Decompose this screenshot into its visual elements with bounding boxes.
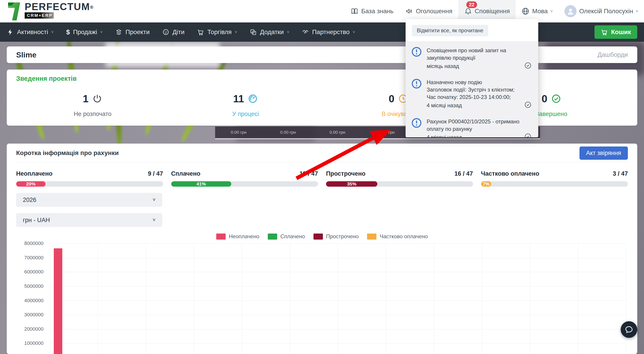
breadcrumb[interactable]: Дашборди	[598, 51, 628, 58]
chevron-down-icon: ˅	[550, 9, 553, 14]
chevron-down-icon: ˅	[287, 30, 289, 35]
progress-overdue: Прострочено16 / 47 35%	[326, 170, 473, 187]
cart-button[interactable]: Кошик	[594, 25, 637, 39]
power-icon	[92, 94, 102, 104]
chevron-down-icon: ˅	[353, 30, 355, 35]
chart-bar	[54, 248, 62, 354]
mark-read-icon[interactable]	[524, 133, 532, 137]
progress-fill: 41%	[171, 181, 232, 187]
progress-track: 35%	[326, 181, 473, 187]
invoices-card: Коротка інформація про рахунки Акт звіря…	[7, 143, 637, 354]
gridline	[146, 243, 146, 354]
notification-item[interactable]: Назначено нову подію Заголовок події: Зу…	[406, 73, 538, 112]
nav-addons[interactable]: Додатки˅	[250, 29, 289, 36]
notification-time: 4 місяці назад	[427, 133, 462, 137]
reconciliation-act-button[interactable]: Акт звіряння	[580, 146, 628, 160]
legend-label: Частково оплачено	[380, 233, 428, 240]
logo-subtitle: CRM+ERP	[25, 12, 54, 19]
invoices-bar-chart: 8000000700000060000005000000400000030000…	[16, 243, 628, 354]
notification-item[interactable]: Сповіщення про новий запит на закупівлю …	[406, 41, 538, 73]
chart-legend: Неоплачено Сплачено Прострочено Частково…	[16, 233, 628, 240]
legend-swatch	[268, 234, 277, 240]
chevron-down-icon: ˅	[636, 9, 638, 14]
gridline	[386, 243, 386, 354]
notification-time: місяць назад	[427, 62, 459, 70]
legend-unpaid: Неоплачено	[216, 233, 259, 240]
projects-summary-card: Зведення проектів 1 Не розпочато 11 У пр…	[7, 70, 637, 126]
legend-label: Сплачено	[280, 233, 305, 240]
progress-label: Сплачено	[171, 170, 200, 177]
gauge-icon	[248, 94, 258, 104]
nav-partnership[interactable]: Партнерство˅	[302, 29, 355, 36]
chart-y-axis: 8000000700000060000005000000400000030000…	[16, 243, 45, 354]
stat-in-progress: 11 У процесі	[169, 93, 322, 118]
invoices-title: Коротка інформація про рахунки	[16, 149, 119, 156]
legend-label: Неоплачено	[229, 233, 259, 240]
gridline	[50, 243, 50, 354]
cart-icon	[601, 29, 608, 36]
year-select-value: 2026	[23, 197, 36, 204]
progress-unpaid: Неоплачено9 / 47 20%	[16, 170, 163, 187]
gridline	[530, 243, 530, 354]
progress-fill: 35%	[326, 181, 377, 187]
check-circle-icon	[551, 94, 561, 104]
main-navbar: Активності˅ $ Продажі˅ Проекти Діти Торг…	[0, 23, 644, 42]
alert-circle-icon	[412, 47, 422, 70]
currency-select-value: грн - UAH	[23, 217, 50, 224]
notification-item[interactable]: Рахунок Р000402/10/2025 - отримано оплат…	[406, 112, 538, 137]
globe-icon	[522, 7, 530, 15]
progress-track: 7%	[481, 181, 628, 187]
y-axis-tick: 1000000	[16, 340, 44, 346]
nav-projects[interactable]: Проекти	[115, 29, 150, 36]
nav-children[interactable]: Діти	[162, 29, 185, 36]
book-icon	[350, 7, 358, 15]
logo-mark-icon	[7, 2, 21, 21]
speaker-icon	[405, 7, 413, 15]
nav-label: Торгівля	[207, 29, 232, 36]
notification-text: Заголовок події: Зустріч з клієнтом;	[427, 86, 532, 93]
gridline	[290, 243, 290, 354]
chevron-down-icon: ˅	[152, 217, 156, 223]
knowledge-base-link[interactable]: База знань	[345, 0, 399, 23]
chevron-down-icon: ˅	[235, 30, 237, 35]
currency-select[interactable]: грн - UAH ˅	[16, 213, 162, 227]
legend-swatch	[367, 234, 376, 240]
nav-sales[interactable]: $ Продажі˅	[66, 28, 103, 36]
stat-label: Завершено	[536, 111, 567, 118]
chevron-down-icon: ˅	[100, 30, 103, 35]
nav-activities[interactable]: Активності˅	[7, 29, 54, 36]
progress-count: 3 / 47	[613, 170, 628, 177]
legend-swatch	[216, 234, 226, 240]
avatar	[564, 5, 576, 17]
progress-count: 16 / 47	[454, 170, 473, 177]
user-menu[interactable]: Олексій Полосухін ˅	[559, 0, 644, 23]
notification-text: Час початку: 2025-10-23 14:00:00;	[427, 93, 532, 101]
person-icon	[566, 7, 575, 16]
mark-all-read-button[interactable]: Відмітити все, як прочитане	[412, 25, 488, 36]
nav-trade[interactable]: Торгівля˅	[197, 29, 237, 36]
handshake-icon	[302, 29, 309, 36]
chat-button[interactable]	[621, 321, 637, 338]
gridline	[338, 243, 338, 354]
layers-icon	[115, 29, 122, 36]
chevron-down-icon: ˅	[152, 197, 156, 203]
notification-time: 4 місяці назад	[427, 102, 462, 109]
invoice-progress-row: Неоплачено9 / 47 20% Сплачено19 / 47 41%…	[16, 170, 628, 187]
gridline	[578, 243, 578, 354]
mark-read-icon[interactable]	[524, 62, 532, 70]
gridline	[98, 243, 98, 354]
stat-label: У процесі	[232, 111, 259, 118]
copy-squares-icon	[250, 29, 257, 36]
year-select[interactable]: 2026 ˅	[16, 193, 162, 207]
nav-label: Діти	[172, 29, 185, 36]
legend-overdue: Прострочено	[314, 233, 359, 240]
nav-label: Продажі	[73, 29, 97, 36]
user-name: Олексій Полосухін	[579, 8, 633, 15]
perfectum-logo[interactable]: PERFECTUM® CRM+ERP	[7, 2, 94, 21]
progress-track: 41%	[171, 181, 318, 187]
notification-text: Сповіщення про новий запит на закупівлю …	[427, 47, 532, 62]
knowledge-base-label: База знань	[361, 8, 394, 15]
chevron-down-icon: ˅	[51, 30, 54, 35]
top-header: PERFECTUM® CRM+ERP База знань Оголошення…	[0, 0, 644, 23]
mark-read-icon[interactable]	[524, 101, 532, 109]
